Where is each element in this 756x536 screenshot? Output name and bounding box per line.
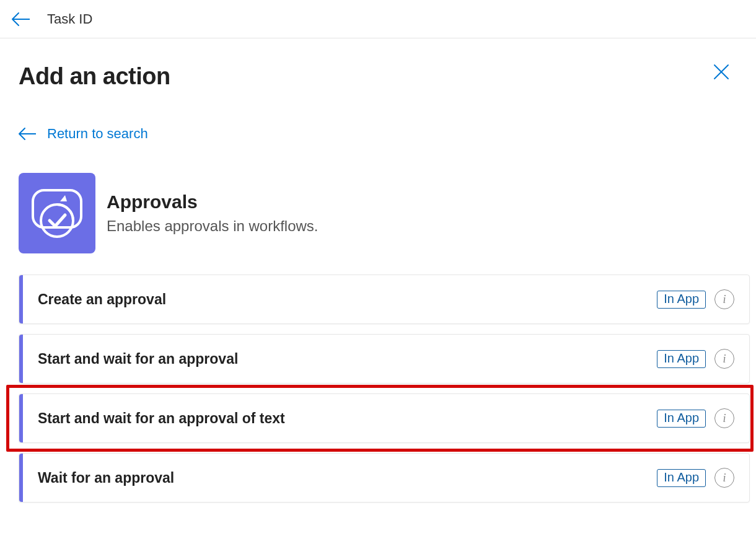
action-list: Create an approvalIn AppiStart and wait …: [19, 275, 750, 503]
back-arrow-icon[interactable]: [11, 12, 30, 27]
info-icon[interactable]: i: [714, 289, 734, 309]
action-meta: In Appi: [657, 468, 734, 488]
in-app-badge: In App: [657, 410, 706, 428]
approvals-connector-icon: [19, 173, 95, 253]
close-icon[interactable]: [713, 63, 730, 81]
action-meta: In Appi: [657, 349, 734, 369]
action-meta: In Appi: [657, 289, 734, 309]
connector-header: Approvals Enables approvals in workflows…: [19, 173, 750, 253]
action-row: Start and wait for an approval of textIn…: [19, 393, 750, 443]
return-to-search-link[interactable]: Return to search: [19, 126, 148, 142]
info-icon[interactable]: i: [714, 349, 734, 369]
action-item[interactable]: Wait for an approvalIn Appi: [19, 453, 750, 503]
topbar-title: Task ID: [47, 11, 92, 27]
action-item[interactable]: Create an approvalIn Appi: [19, 275, 750, 324]
action-item[interactable]: Start and wait for an approval of textIn…: [19, 393, 750, 443]
action-meta: In Appi: [657, 408, 734, 428]
return-link-label: Return to search: [47, 126, 148, 142]
action-row: Create an approvalIn Appi: [19, 275, 750, 324]
action-label: Wait for an approval: [38, 470, 174, 486]
panel-content: Add an action Return to search Approvals…: [0, 38, 756, 503]
info-icon[interactable]: i: [714, 408, 734, 428]
panel-header: Add an action: [19, 63, 750, 90]
action-label: Create an approval: [38, 291, 166, 308]
in-app-badge: In App: [657, 291, 706, 309]
info-icon[interactable]: i: [714, 468, 734, 488]
action-row: Start and wait for an approvalIn Appi: [19, 334, 750, 384]
action-label: Start and wait for an approval: [38, 351, 238, 367]
in-app-badge: In App: [657, 469, 706, 487]
action-label: Start and wait for an approval of text: [38, 410, 285, 427]
topbar: Task ID: [0, 0, 756, 38]
connector-name: Approvals: [107, 191, 319, 213]
page-title: Add an action: [19, 63, 170, 90]
in-app-badge: In App: [657, 350, 706, 368]
action-item[interactable]: Start and wait for an approvalIn Appi: [19, 334, 750, 384]
action-row: Wait for an approvalIn Appi: [19, 453, 750, 503]
connector-description: Enables approvals in workflows.: [107, 217, 319, 235]
